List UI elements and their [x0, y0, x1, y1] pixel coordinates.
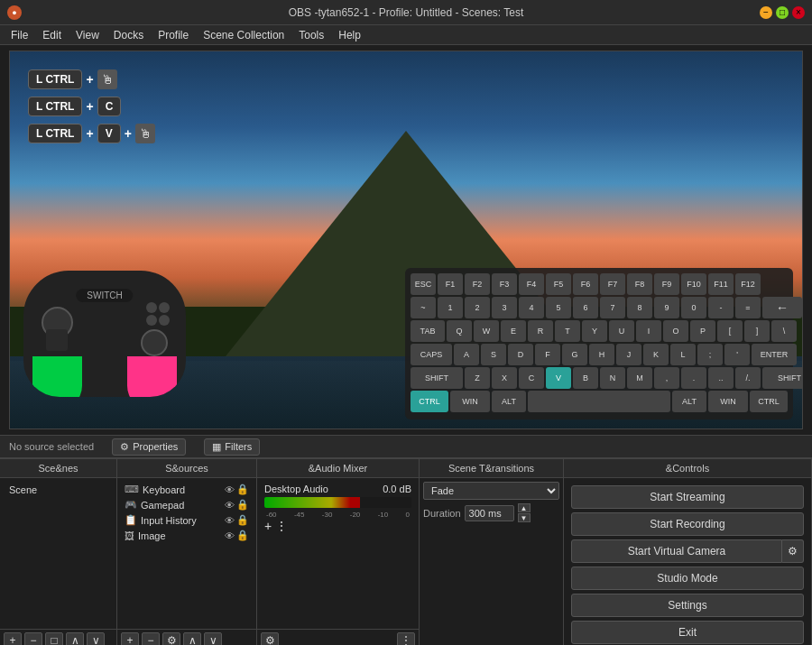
properties-button[interactable]: ⚙ Properties [112, 438, 186, 456]
sources-down-button[interactable]: ∨ [204, 632, 222, 645]
sources-remove-button[interactable]: − [142, 632, 160, 645]
key-o[interactable]: O [663, 320, 688, 342]
key-quote[interactable]: ' [724, 344, 750, 365]
source-item-history[interactable]: 📋 Input History 👁 🔒 [121, 512, 253, 528]
key-ctrl-l[interactable]: CTRL [411, 391, 448, 412]
scenes-filter-button[interactable]: □ [45, 632, 63, 645]
key-n[interactable]: N [600, 367, 625, 389]
key-shift-r[interactable]: SHIFT [762, 367, 803, 389]
key-f4[interactable]: F4 [519, 273, 544, 295]
source-item-gamepad[interactable]: 🎮 Gamepad 👁 🔒 [121, 497, 253, 512]
source-item-keyboard[interactable]: ⌨ Keyboard 👁 🔒 [121, 482, 253, 497]
key-x[interactable]: X [492, 367, 517, 389]
studio-mode-button[interactable]: Studio Mode [571, 567, 804, 590]
key-esc[interactable]: ESC [411, 273, 436, 295]
minimize-button[interactable]: − [760, 6, 772, 19]
key-period2[interactable]: .. [708, 367, 734, 389]
key-bracket-r[interactable]: ] [744, 320, 770, 342]
key-minus[interactable]: - [708, 297, 734, 318]
menu-edit[interactable]: Edit [35, 27, 69, 43]
menu-docks[interactable]: Docks [106, 27, 151, 43]
key-f6[interactable]: F6 [573, 273, 598, 295]
key-comma[interactable]: , [654, 367, 679, 389]
key-slash[interactable]: /. [735, 367, 761, 389]
key-3[interactable]: 3 [492, 297, 517, 318]
scenes-down-button[interactable]: ∨ [87, 632, 105, 645]
key-win-l[interactable]: WIN [450, 391, 490, 412]
key-equals[interactable]: = [735, 297, 761, 318]
key-9[interactable]: 9 [654, 297, 679, 318]
key-u[interactable]: U [609, 320, 634, 342]
start-recording-button[interactable]: Start Recording [571, 512, 804, 536]
key-z[interactable]: Z [465, 367, 490, 389]
key-q[interactable]: Q [447, 320, 472, 342]
key-i[interactable]: I [636, 320, 661, 342]
key-8[interactable]: 8 [627, 297, 652, 318]
key-h[interactable]: H [589, 344, 614, 365]
key-e[interactable]: E [501, 320, 526, 342]
audio-menu-btn[interactable]: ⋮ [397, 632, 415, 645]
key-b[interactable]: B [573, 367, 598, 389]
menu-help[interactable]: Help [331, 27, 368, 43]
key-v-highlighted[interactable]: V [546, 367, 571, 389]
key-f[interactable]: F [535, 344, 560, 365]
lock-keyboard[interactable]: 🔒 [236, 484, 249, 495]
key-4[interactable]: 4 [519, 297, 544, 318]
key-y[interactable]: Y [582, 320, 607, 342]
key-f11[interactable]: F11 [708, 273, 734, 295]
sources-add-button[interactable]: + [121, 632, 139, 645]
visibility-image[interactable]: 👁 [225, 530, 235, 541]
key-tilde[interactable]: ~ [411, 297, 436, 318]
key-semicolon[interactable]: ; [697, 344, 723, 365]
key-f10[interactable]: F10 [681, 273, 706, 295]
maximize-button[interactable]: □ [776, 6, 789, 19]
menu-view[interactable]: View [69, 27, 106, 43]
start-streaming-button[interactable]: Start Streaming [571, 485, 804, 509]
sources-up-button[interactable]: ∧ [183, 632, 201, 645]
key-s[interactable]: S [481, 344, 506, 365]
key-f9[interactable]: F9 [654, 273, 679, 295]
duration-input[interactable] [465, 505, 514, 521]
key-l[interactable]: L [670, 344, 696, 365]
close-button[interactable]: × [792, 6, 805, 19]
menu-scene-collection[interactable]: Scene Collection [196, 27, 291, 43]
key-f1[interactable]: F1 [438, 273, 463, 295]
duration-down[interactable]: ▼ [518, 513, 531, 522]
key-enter[interactable]: ENTER [752, 344, 797, 365]
key-w[interactable]: W [474, 320, 499, 342]
key-caps[interactable]: CAPS [411, 344, 452, 365]
settings-button[interactable]: Settings [571, 594, 804, 617]
visibility-keyboard[interactable]: 👁 [225, 484, 235, 495]
key-ctrl-r[interactable]: CTRL [750, 391, 788, 412]
start-virtual-camera-button[interactable]: Start Virtual Camera [571, 539, 782, 563]
scenes-remove-button[interactable]: − [24, 632, 42, 645]
audio-menu-button[interactable]: ⋮ [275, 519, 288, 533]
key-period[interactable]: . [681, 367, 706, 389]
key-win-r[interactable]: WIN [708, 391, 748, 412]
key-tab[interactable]: TAB [411, 320, 445, 342]
key-d[interactable]: D [508, 344, 533, 365]
key-2[interactable]: 2 [465, 297, 490, 318]
audio-config-button[interactable]: ⚙ [261, 632, 279, 645]
key-k[interactable]: K [643, 344, 669, 365]
key-f3[interactable]: F3 [492, 273, 517, 295]
key-5[interactable]: 5 [546, 297, 571, 318]
key-f7[interactable]: F7 [600, 273, 625, 295]
exit-button[interactable]: Exit [571, 621, 804, 644]
visibility-gamepad[interactable]: 👁 [225, 500, 235, 511]
menu-profile[interactable]: Profile [151, 27, 196, 43]
virtual-camera-settings-button[interactable]: ⚙ [782, 539, 804, 563]
key-backspace[interactable]: ← [762, 297, 802, 318]
key-1[interactable]: 1 [438, 297, 463, 318]
transition-type-select[interactable]: Fade Cut Swipe Slide [423, 482, 559, 500]
key-f2[interactable]: F2 [465, 273, 490, 295]
key-f12[interactable]: F12 [735, 273, 761, 295]
key-m[interactable]: M [627, 367, 652, 389]
key-6[interactable]: 6 [573, 297, 598, 318]
key-t[interactable]: T [555, 320, 580, 342]
key-r[interactable]: R [528, 320, 553, 342]
key-backslash[interactable]: \ [771, 320, 797, 342]
audio-add-button[interactable]: + [264, 519, 272, 533]
key-shift-l[interactable]: SHIFT [411, 367, 463, 389]
key-space[interactable] [528, 391, 670, 412]
